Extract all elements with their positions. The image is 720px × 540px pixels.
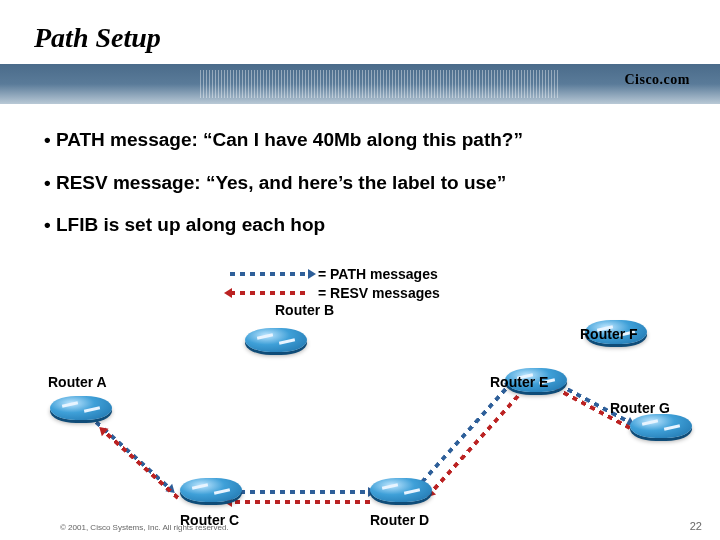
bullet-item: LFIB is set up along each hop [44, 213, 690, 238]
resv-arrow-icon [102, 430, 179, 500]
legend: = PATH messages = RESV messages [230, 264, 440, 302]
router-e-label: Router E [490, 374, 548, 390]
bullet-item: PATH message: “Can I have 40Mb along thi… [44, 128, 690, 153]
router-icon [370, 470, 432, 510]
router-d-label: Router D [370, 512, 429, 528]
slide: Path Setup Cisco.com PATH message: “Can … [0, 0, 720, 540]
legend-path: = PATH messages [230, 264, 440, 283]
resv-arrow-icon [230, 500, 370, 504]
legend-path-label: = PATH messages [318, 266, 438, 282]
router-icon [245, 320, 307, 360]
copyright-text: © 2001, Cisco Systems, Inc. All rights r… [60, 523, 229, 532]
router-f-label: Router F [580, 326, 638, 342]
router-icon [50, 388, 112, 428]
router-g-label: Router G [610, 400, 670, 416]
bullet-item: RESV message: “Yes, and here’s the label… [44, 171, 690, 196]
resv-arrow-icon [430, 395, 520, 494]
path-arrow-icon [230, 272, 310, 276]
cisco-logo: Cisco.com [624, 72, 690, 88]
legend-resv-label: = RESV messages [318, 285, 440, 301]
router-icon [180, 470, 242, 510]
resv-arrow-icon [230, 291, 310, 295]
path-arrow-icon [421, 384, 511, 483]
bullet-list: PATH message: “Can I have 40Mb along thi… [44, 128, 690, 256]
page-number: 22 [690, 520, 702, 532]
path-arrow-icon [230, 490, 370, 494]
router-a-label: Router A [48, 374, 107, 390]
router-b-label: Router B [275, 302, 334, 318]
slide-title: Path Setup [34, 22, 161, 54]
title-bar [0, 64, 720, 104]
